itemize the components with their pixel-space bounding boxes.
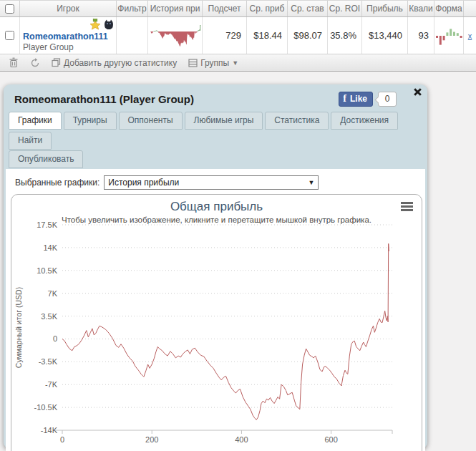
svg-text:3.5K: 3.5K [41, 312, 57, 321]
player-stats-table: Игрок Фильтр История при Подсчет Ср. при… [0, 0, 476, 54]
player-detail-popup: Romeomarathon111 (Player Group) f Like 0… [4, 84, 427, 449]
row-checkbox-cell [0, 17, 20, 54]
svg-text:-3.5K: -3.5K [39, 357, 58, 366]
svg-text:600: 600 [324, 435, 337, 444]
form-sparkline-cell [434, 17, 464, 54]
svg-text:400: 400 [235, 435, 248, 444]
svg-text:10.5K: 10.5K [37, 266, 57, 275]
select-all-checkbox-cell [0, 1, 20, 16]
facebook-like-count-value: 0 [385, 94, 390, 104]
svg-text:-7K: -7K [45, 380, 58, 389]
groups-label: Группы [200, 58, 229, 68]
tab-Графики[interactable]: Графики [9, 112, 62, 130]
chart-select[interactable]: История прибыли ▼ [104, 175, 319, 190]
row-checkbox[interactable] [5, 31, 14, 40]
tab-publish[interactable]: Опубликовать [9, 150, 83, 168]
refresh-button[interactable] [27, 58, 43, 68]
groups-caret-icon: ▼ [232, 59, 238, 67]
svg-text:14K: 14K [43, 243, 57, 252]
count-bubble-tail [375, 96, 382, 103]
column-header-count[interactable]: Подсчет [203, 1, 247, 16]
table-header-row: Игрок Фильтр История при Подсчет Ср. при… [0, 1, 476, 17]
player-group-label: Player Group [23, 42, 74, 52]
profit-chart-panel[interactable]: Общая прибыль Чтобы увеличить изображени… [11, 194, 422, 451]
close-icon[interactable] [413, 87, 422, 97]
filter-cell[interactable] [117, 17, 148, 54]
add-statistic-button[interactable]: Добавить другую статистику [49, 58, 180, 68]
svg-text:-10.5K: -10.5K [34, 403, 58, 412]
add-statistic-label: Добавить другую статистику [64, 58, 177, 68]
groups-button[interactable]: Группы ▼ [185, 58, 241, 68]
avg-profit-value: $18.44 [247, 17, 288, 54]
tab-Достижения[interactable]: Достижения [331, 112, 398, 130]
history-sparkline-cell[interactable] [148, 17, 203, 54]
column-header-form[interactable]: Форма [434, 1, 464, 16]
count-value: 729 [203, 17, 247, 54]
y-axis-title: Суммарный итог (USD) [14, 287, 23, 368]
facebook-like-button[interactable]: f Like [339, 92, 373, 107]
table-row: Romeomarathon111 Player Group 729 $18.44… [0, 17, 476, 54]
svg-text:17.5K: 17.5K [37, 220, 57, 229]
svg-text:200: 200 [145, 435, 158, 444]
column-header-avg-profit[interactable]: Ср. приб [247, 1, 288, 16]
tab-Оппоненты[interactable]: Оппоненты [119, 112, 183, 130]
facebook-like-widget: f Like 0 [339, 92, 397, 107]
svg-text:7K: 7K [48, 289, 58, 298]
tab-Статистика[interactable]: Статистика [265, 112, 329, 130]
profit-value: $13,440 [362, 17, 408, 54]
chevron-down-icon: ▼ [308, 179, 314, 186]
popup-tabs-row2: Опубликовать [6, 150, 425, 168]
add-statistic-icon [52, 58, 61, 67]
profit-line-chart[interactable]: 17.5K14K10.5K7K3.5K0-3.5K-7K-10.5K-14K02… [11, 195, 422, 451]
column-header-filter[interactable]: Фильтр [117, 1, 148, 16]
profit-history-sparkline [150, 22, 201, 49]
player-name-link[interactable]: Romeomarathon111 [23, 31, 108, 42]
svg-text:0: 0 [53, 334, 57, 343]
select-all-checkbox[interactable] [5, 4, 14, 14]
form-sparkline [434, 25, 463, 47]
facebook-like-label: Like [350, 94, 367, 104]
column-header-profit[interactable]: Прибыль [362, 1, 408, 16]
column-header-avg-stake[interactable]: Ср. став [288, 1, 328, 16]
svg-text:0: 0 [60, 435, 64, 444]
quali-value: 93 [408, 17, 434, 54]
tab-Любимые игры[interactable]: Любимые игры [185, 112, 263, 130]
chart-select-label: Выбранные графики: [15, 178, 99, 188]
popup-titlebar: Romeomarathon111 (Player Group) f Like 0 [6, 84, 425, 110]
delete-button[interactable] [6, 57, 21, 68]
chart-select-row: Выбранные графики: История прибыли ▼ [11, 173, 420, 194]
refresh-icon [30, 58, 40, 68]
star-badge-icon [89, 19, 101, 30]
popup-content: Выбранные графики: История прибыли ▼ Общ… [6, 169, 425, 451]
remove-row-link[interactable]: x [468, 31, 472, 40]
groups-icon [188, 59, 198, 67]
chart-select-value: История прибыли [108, 178, 179, 188]
column-header-player[interactable]: Игрок [20, 1, 117, 16]
facebook-like-count: 0 [378, 92, 397, 107]
tab-Турниры[interactable]: Турниры [64, 112, 117, 130]
bat-badge-icon [103, 19, 115, 30]
tab-Найти[interactable]: Найти [9, 132, 52, 150]
player-cell: Romeomarathon111 Player Group [20, 17, 117, 54]
trash-icon [9, 57, 19, 68]
remove-cell: x [464, 17, 476, 54]
avg-stake-value: $98.07 [288, 17, 328, 54]
column-header-avg-roi[interactable]: Ср. ROI [328, 1, 362, 16]
popup-tabs: ГрафикиТурнирыОппонентыЛюбимые игрыСтати… [6, 110, 425, 150]
column-header-quali[interactable]: Квали [408, 1, 434, 16]
column-header-remove [464, 1, 476, 16]
avg-roi-value: 35.8% [328, 17, 362, 54]
facebook-f-icon: f [343, 93, 346, 105]
table-toolbar: Добавить другую статистику Группы ▼ [0, 54, 476, 72]
column-header-history[interactable]: История при [148, 1, 203, 16]
popup-title: Romeomarathon111 (Player Group) [14, 93, 194, 105]
